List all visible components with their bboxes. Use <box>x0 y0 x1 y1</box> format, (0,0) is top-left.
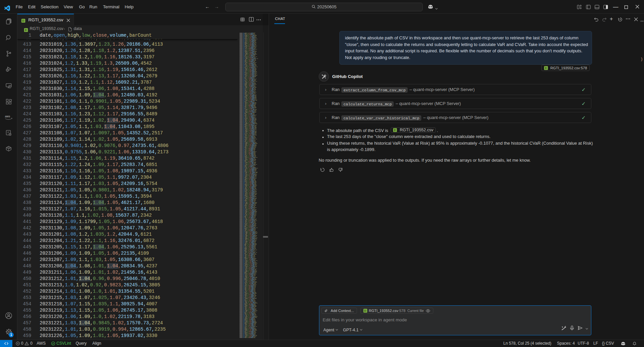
svg-text:aws: aws <box>5 115 10 118</box>
